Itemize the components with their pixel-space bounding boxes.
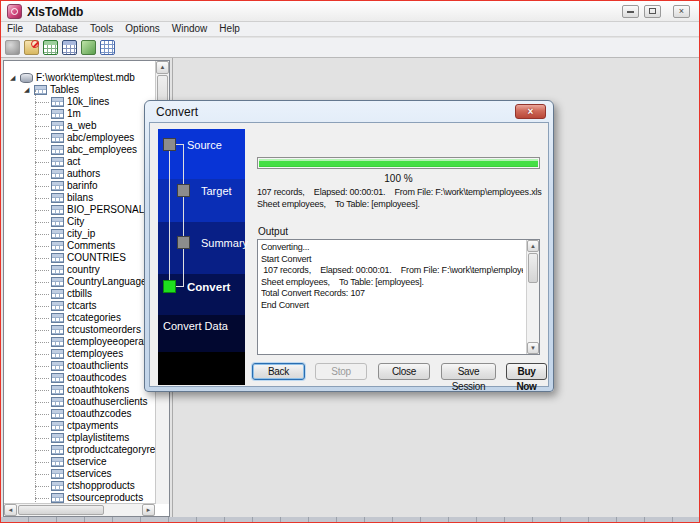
tree-item-label: abc_employees [67, 144, 137, 155]
minimize-button[interactable] [622, 5, 639, 18]
tree-branch-line [35, 312, 49, 319]
tree-leaf-rows: 10k_lines1ma_webabc/employeesabc_employe… [5, 96, 155, 504]
tree-item[interactable]: ctplaylistitems [5, 432, 155, 444]
table-view-icon[interactable] [100, 40, 115, 55]
xls-grid-icon[interactable] [43, 40, 58, 55]
app-titlebar: XlsToMdb × [1, 1, 699, 22]
back-button[interactable]: Back [252, 363, 305, 380]
tree-item[interactable]: ctservice [5, 456, 155, 468]
tree-item[interactable]: abc/employees [5, 132, 155, 144]
tree-item[interactable]: ctemployees [5, 348, 155, 360]
close-icon: × [528, 106, 534, 117]
tree-item[interactable]: a_web [5, 120, 155, 132]
tree-item-label: a_web [67, 120, 96, 131]
tree-item[interactable]: city_ip [5, 228, 155, 240]
close-dialog-button[interactable]: Close [378, 363, 430, 380]
menu-help[interactable]: Help [213, 22, 246, 35]
tree: ◢F:\work\temp\test.mdb ◢Tables 10k_lines… [5, 62, 155, 504]
excel-icon[interactable] [81, 40, 96, 55]
tree-item-label: ctbills [67, 288, 92, 299]
tree-item-label: ctoauthuserclients [67, 396, 148, 407]
convert-dialog: Convert × Source Target Summary Convert … [144, 100, 554, 392]
menu-options[interactable]: Options [119, 22, 165, 35]
tree-item[interactable]: ctservices [5, 468, 155, 480]
menu-tools[interactable]: Tools [84, 22, 119, 35]
tree-item[interactable]: ctproductcategoryrelations [5, 444, 155, 456]
table-icon [51, 157, 64, 167]
tree-item[interactable]: BIO_PERSONAL_INFO [5, 204, 155, 216]
stop-button[interactable]: Stop [315, 363, 367, 380]
tree-item[interactable]: bilans [5, 192, 155, 204]
tree-item[interactable]: ctoauthcodes [5, 372, 155, 384]
tree-item-label: ctshopproducts [67, 480, 135, 491]
scroll-left-button[interactable]: ◄ [4, 504, 17, 516]
tree-item[interactable]: ctpayments [5, 420, 155, 432]
tree-item[interactable]: barinfo [5, 180, 155, 192]
tree-item-label: F:\work\temp\test.mdb [36, 72, 135, 83]
menu-window[interactable]: Window [166, 22, 214, 35]
expand-icon[interactable]: ◢ [10, 72, 20, 84]
progress-fill [259, 159, 538, 167]
tree-item[interactable]: ctcarts [5, 300, 155, 312]
mdb-grid-icon[interactable] [62, 40, 77, 55]
tree-item[interactable]: City [5, 216, 155, 228]
arrow-up-icon: ▲ [530, 243, 536, 249]
step-target-label: Target [201, 185, 232, 197]
tree-item[interactable]: ctoauthclients [5, 360, 155, 372]
tree-item-label: Comments [67, 240, 115, 251]
tree-item[interactable]: ctoauthtokens [5, 384, 155, 396]
menu-database[interactable]: Database [29, 22, 84, 35]
table-icon [51, 457, 64, 467]
tree-item[interactable]: ctoauthuserclients [5, 396, 155, 408]
tree-item[interactable]: ctemployeeoperatelogs [5, 336, 155, 348]
tree-branch-line [35, 108, 49, 115]
menu-file[interactable]: File [1, 22, 29, 35]
close-database-icon[interactable] [24, 40, 39, 55]
tree-branch-line [35, 228, 49, 235]
output-scrollbar[interactable]: ▲ ▼ [526, 240, 539, 354]
dialog-close-button[interactable]: × [515, 104, 546, 119]
tree-item-label: act [67, 156, 80, 167]
tree-item[interactable]: 1m [5, 108, 155, 120]
maximize-button[interactable] [644, 5, 661, 18]
buy-now-button[interactable]: Buy Now [506, 363, 547, 380]
tree-branch-line [35, 96, 49, 103]
tree-item[interactable]: CountryLanguage [5, 276, 155, 288]
tree-item[interactable]: ctoauthzcodes [5, 408, 155, 420]
table-icon [51, 337, 64, 347]
tree-item[interactable]: ctcategories [5, 312, 155, 324]
tree-item[interactable]: 10k_lines [5, 96, 155, 108]
scroll-up-button[interactable]: ▲ [156, 61, 169, 74]
tree-item[interactable]: ctcustomeorders [5, 324, 155, 336]
tree-item[interactable]: country [5, 264, 155, 276]
scroll-down-button[interactable]: ▼ [527, 342, 539, 354]
tree-horizontal-scrollbar[interactable]: ◄ ► [4, 503, 155, 516]
stats-line-1: 107 records, Elapsed: 00:00:01. From Fil… [257, 187, 545, 197]
save-session-button[interactable]: Save Session [441, 363, 496, 380]
table-icon [51, 265, 64, 275]
scrollbar-thumb[interactable] [528, 253, 538, 283]
tree-branch-line [35, 432, 49, 439]
tree-item[interactable]: Comments [5, 240, 155, 252]
scroll-right-button[interactable]: ► [142, 504, 155, 516]
output-box[interactable]: Converting... Start Convert 107 records,… [257, 239, 540, 355]
tree-item[interactable]: authors [5, 168, 155, 180]
tree-item[interactable]: ctshopproducts [5, 480, 155, 492]
table-icon [51, 349, 64, 359]
tree-item[interactable]: act [5, 156, 155, 168]
table-icon [51, 361, 64, 371]
table-icon [51, 409, 64, 419]
table-icon [51, 481, 64, 491]
tree-item-root[interactable]: ◢F:\work\temp\test.mdb [5, 72, 155, 84]
tree-item[interactable]: COUNTRIES [5, 252, 155, 264]
connect-icon[interactable] [5, 40, 20, 55]
close-button[interactable]: × [673, 5, 690, 18]
expand-icon[interactable]: ◢ [24, 84, 34, 96]
scroll-up-button[interactable]: ▲ [527, 240, 539, 252]
tree-item-label: ctemployeeoperatelogs [67, 336, 155, 347]
tree-item[interactable]: abc_employees [5, 144, 155, 156]
scrollbar-thumb[interactable] [18, 505, 104, 515]
tree-item-tables[interactable]: ◢Tables [5, 84, 155, 96]
tree-branch-line [35, 468, 49, 475]
tree-item[interactable]: ctbills [5, 288, 155, 300]
